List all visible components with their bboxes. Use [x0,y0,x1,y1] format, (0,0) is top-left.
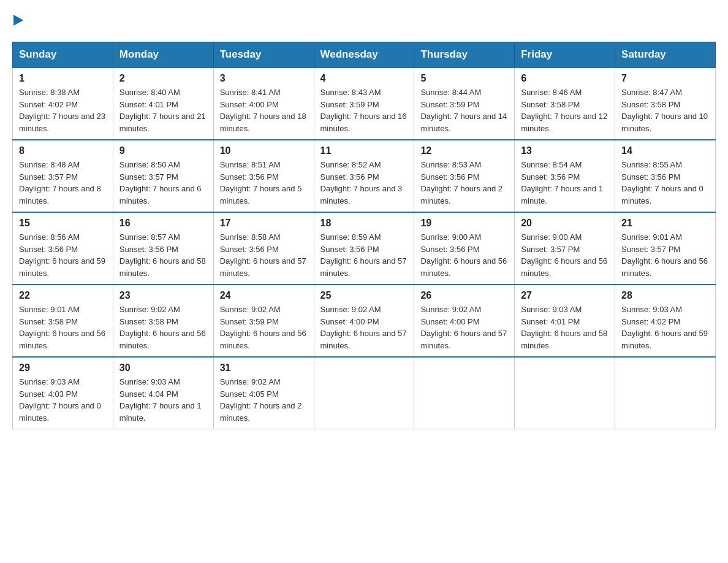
calendar-cell: 31 Sunrise: 9:02 AMSunset: 4:05 PMDaylig… [213,357,314,429]
calendar-cell: 6 Sunrise: 8:46 AMSunset: 3:58 PMDayligh… [515,67,615,140]
calendar-cell: 3 Sunrise: 8:41 AMSunset: 4:00 PMDayligh… [213,67,314,140]
day-info: Sunrise: 8:53 AMSunset: 3:56 PMDaylight:… [420,159,508,207]
day-number: 10 [220,145,308,156]
day-number: 26 [420,290,508,301]
day-number: 17 [220,218,308,229]
day-info: Sunrise: 8:43 AMSunset: 3:59 PMDaylight:… [320,86,408,134]
day-info: Sunrise: 8:41 AMSunset: 4:00 PMDaylight:… [220,86,308,134]
day-header-tuesday: Tuesday [213,42,314,68]
calendar-cell: 5 Sunrise: 8:44 AMSunset: 3:59 PMDayligh… [414,67,515,140]
day-number: 22 [19,290,107,301]
day-number: 21 [621,218,709,229]
day-number: 7 [621,73,709,84]
day-info: Sunrise: 9:01 AMSunset: 3:58 PMDaylight:… [19,304,107,351]
day-info: Sunrise: 8:48 AMSunset: 3:57 PMDaylight:… [19,159,107,207]
day-info: Sunrise: 8:58 AMSunset: 3:56 PMDaylight:… [220,231,308,279]
day-info: Sunrise: 8:57 AMSunset: 3:56 PMDaylight:… [119,231,207,279]
calendar-cell: 10 Sunrise: 8:51 AMSunset: 3:56 PMDaylig… [213,140,314,212]
calendar-week-row: 1 Sunrise: 8:38 AMSunset: 4:02 PMDayligh… [13,67,716,140]
day-number: 15 [19,218,107,229]
calendar-cell: 11 Sunrise: 8:52 AMSunset: 3:56 PMDaylig… [314,140,414,212]
day-info: Sunrise: 9:00 AMSunset: 3:56 PMDaylight:… [420,231,508,279]
calendar-cell: 23 Sunrise: 9:02 AMSunset: 3:58 PMDaylig… [113,285,213,357]
day-info: Sunrise: 8:59 AMSunset: 3:56 PMDaylight:… [320,231,408,279]
calendar-cell: 25 Sunrise: 9:02 AMSunset: 4:00 PMDaylig… [314,285,414,357]
day-info: Sunrise: 9:02 AMSunset: 4:00 PMDaylight:… [420,304,508,351]
calendar-cell: 20 Sunrise: 9:00 AMSunset: 3:57 PMDaylig… [515,212,615,285]
calendar-cell [615,357,716,429]
day-number: 20 [521,218,609,229]
day-info: Sunrise: 9:02 AMSunset: 3:59 PMDaylight:… [220,304,308,351]
day-number: 2 [119,73,207,84]
calendar-cell [414,357,515,429]
calendar-cell: 7 Sunrise: 8:47 AMSunset: 3:58 PMDayligh… [615,67,716,140]
day-info: Sunrise: 9:02 AMSunset: 4:00 PMDaylight:… [320,304,408,351]
calendar-cell: 15 Sunrise: 8:56 AMSunset: 3:56 PMDaylig… [13,212,113,285]
day-number: 16 [119,218,207,229]
day-number: 4 [320,73,408,84]
logo-arrow-icon [13,13,25,27]
calendar-cell [515,357,615,429]
day-info: Sunrise: 8:46 AMSunset: 3:58 PMDaylight:… [521,86,609,134]
day-number: 5 [420,73,508,84]
day-number: 9 [119,145,207,156]
calendar-cell: 19 Sunrise: 9:00 AMSunset: 3:56 PMDaylig… [414,212,515,285]
day-info: Sunrise: 9:01 AMSunset: 3:57 PMDaylight:… [621,231,709,279]
calendar-table: SundayMondayTuesdayWednesdayThursdayFrid… [12,42,716,429]
calendar-cell: 24 Sunrise: 9:02 AMSunset: 3:59 PMDaylig… [213,285,314,357]
day-number: 25 [320,290,408,301]
day-number: 23 [119,290,207,301]
calendar-cell: 17 Sunrise: 8:58 AMSunset: 3:56 PMDaylig… [213,212,314,285]
day-number: 30 [119,362,207,373]
calendar-cell: 9 Sunrise: 8:50 AMSunset: 3:57 PMDayligh… [113,140,213,212]
calendar-cell: 8 Sunrise: 8:48 AMSunset: 3:57 PMDayligh… [13,140,113,212]
calendar-cell: 12 Sunrise: 8:53 AMSunset: 3:56 PMDaylig… [414,140,515,212]
day-number: 14 [621,145,709,156]
calendar-cell: 2 Sunrise: 8:40 AMSunset: 4:01 PMDayligh… [113,67,213,140]
day-header-wednesday: Wednesday [314,42,414,68]
calendar-cell: 14 Sunrise: 8:55 AMSunset: 3:56 PMDaylig… [615,140,716,212]
calendar-cell: 21 Sunrise: 9:01 AMSunset: 3:57 PMDaylig… [615,212,716,285]
day-info: Sunrise: 9:03 AMSunset: 4:04 PMDaylight:… [119,376,207,424]
day-info: Sunrise: 8:51 AMSunset: 3:56 PMDaylight:… [220,159,308,207]
day-number: 6 [521,73,609,84]
day-info: Sunrise: 9:02 AMSunset: 4:05 PMDaylight:… [220,376,308,424]
day-number: 31 [220,362,308,373]
day-number: 1 [19,73,107,84]
day-info: Sunrise: 8:52 AMSunset: 3:56 PMDaylight:… [320,159,408,207]
day-info: Sunrise: 9:00 AMSunset: 3:57 PMDaylight:… [521,231,609,279]
svg-marker-0 [13,15,23,26]
day-header-sunday: Sunday [13,42,113,68]
day-info: Sunrise: 9:03 AMSunset: 4:02 PMDaylight:… [621,304,709,351]
day-number: 11 [320,145,408,156]
logo [12,12,25,29]
calendar-cell: 1 Sunrise: 8:38 AMSunset: 4:02 PMDayligh… [13,67,113,140]
calendar-cell: 27 Sunrise: 9:03 AMSunset: 4:01 PMDaylig… [515,285,615,357]
calendar-cell: 29 Sunrise: 9:03 AMSunset: 4:03 PMDaylig… [13,357,113,429]
day-header-saturday: Saturday [615,42,716,68]
calendar-cell: 28 Sunrise: 9:03 AMSunset: 4:02 PMDaylig… [615,285,716,357]
day-info: Sunrise: 8:50 AMSunset: 3:57 PMDaylight:… [119,159,207,207]
calendar-cell [314,357,414,429]
calendar-cell: 22 Sunrise: 9:01 AMSunset: 3:58 PMDaylig… [13,285,113,357]
day-info: Sunrise: 8:56 AMSunset: 3:56 PMDaylight:… [19,231,107,279]
page-header [12,12,716,29]
day-number: 8 [19,145,107,156]
calendar-week-row: 15 Sunrise: 8:56 AMSunset: 3:56 PMDaylig… [13,212,716,285]
day-number: 13 [521,145,609,156]
day-number: 28 [621,290,709,301]
day-info: Sunrise: 9:03 AMSunset: 4:01 PMDaylight:… [521,304,609,351]
calendar-cell: 13 Sunrise: 8:54 AMSunset: 3:56 PMDaylig… [515,140,615,212]
calendar-week-row: 29 Sunrise: 9:03 AMSunset: 4:03 PMDaylig… [13,357,716,429]
calendar-cell: 16 Sunrise: 8:57 AMSunset: 3:56 PMDaylig… [113,212,213,285]
day-number: 19 [420,218,508,229]
day-number: 29 [19,362,107,373]
calendar-week-row: 22 Sunrise: 9:01 AMSunset: 3:58 PMDaylig… [13,285,716,357]
day-number: 12 [420,145,508,156]
day-header-friday: Friday [515,42,615,68]
day-info: Sunrise: 9:03 AMSunset: 4:03 PMDaylight:… [19,376,107,424]
day-number: 27 [521,290,609,301]
day-info: Sunrise: 8:54 AMSunset: 3:56 PMDaylight:… [521,159,609,207]
calendar-cell: 26 Sunrise: 9:02 AMSunset: 4:00 PMDaylig… [414,285,515,357]
calendar-cell: 30 Sunrise: 9:03 AMSunset: 4:04 PMDaylig… [113,357,213,429]
